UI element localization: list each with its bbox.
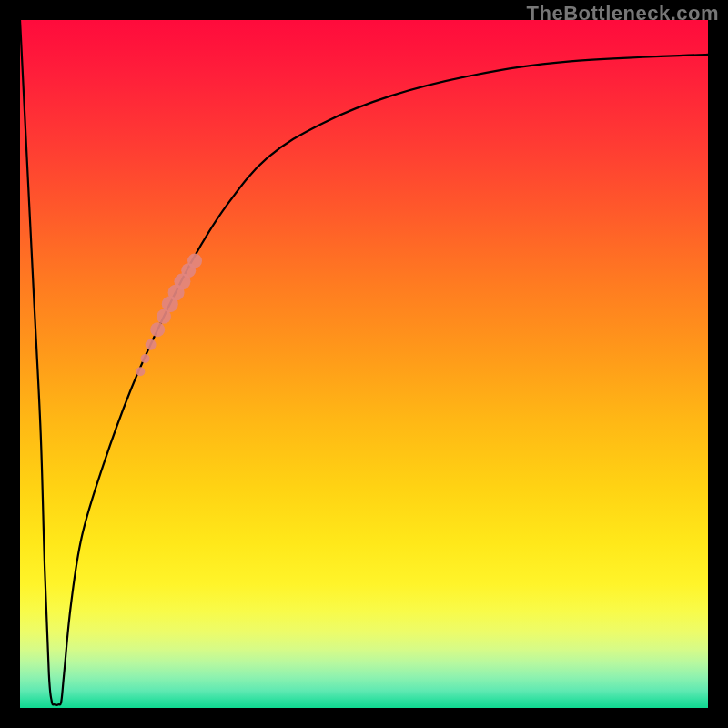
chart-frame: TheBottleneck.com: [0, 0, 728, 728]
plot-area: [20, 20, 708, 708]
chart-svg: [20, 20, 708, 708]
bottleneck-curve: [20, 20, 708, 705]
marker-dot: [187, 254, 202, 268]
marker-dot: [141, 354, 150, 363]
watermark-text: TheBottleneck.com: [527, 2, 719, 25]
marker-dot: [150, 322, 165, 337]
marker-dot: [146, 339, 157, 350]
highlight-markers: [136, 254, 202, 377]
marker-dot: [136, 367, 145, 376]
